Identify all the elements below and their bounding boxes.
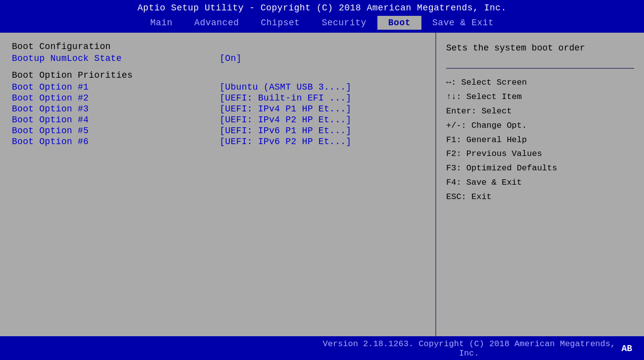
boot-option-label: Boot Option #1 — [12, 82, 220, 92]
boot-option-label: Boot Option #2 — [12, 93, 220, 103]
title-text: Aptio Setup Utility - Copyright (C) 2018… — [138, 3, 506, 13]
title-bar: Aptio Setup Utility - Copyright (C) 2018… — [0, 0, 644, 15]
nav-item-advanced[interactable]: Advanced — [184, 16, 250, 30]
left-panel: Boot Configuration Bootup NumLock State … — [0, 33, 436, 336]
numlock-row: Bootup NumLock State [On] — [12, 53, 423, 63]
key-help-item: F2: Previous Values — [446, 147, 634, 161]
boot-option-value: [UEFI: IPv4 P2 HP Et...] — [220, 115, 351, 125]
nav-item-save-and-exit[interactable]: Save & Exit — [421, 16, 505, 30]
nav-item-security[interactable]: Security — [311, 16, 377, 30]
app: Aptio Setup Utility - Copyright (C) 2018… — [0, 0, 644, 360]
key-help-item: ↔: Select Screen — [446, 76, 634, 90]
right-panel: Sets the system boot order ↔: Select Scr… — [436, 33, 644, 336]
numlock-label: Bootup NumLock State — [12, 53, 220, 63]
key-help-item: Enter: Select — [446, 104, 634, 119]
boot-option-label: Boot Option #5 — [12, 126, 220, 136]
boot-option-row[interactable]: Boot Option #3[UEFI: IPv4 P1 HP Et...] — [12, 104, 423, 114]
boot-option-row[interactable]: Boot Option #5[UEFI: IPv6 P1 HP Et...] — [12, 126, 423, 136]
key-help-item: F1: General Help — [446, 133, 634, 148]
key-help: ↔: Select Screen↑↓: Select ItemEnter: Se… — [446, 76, 634, 205]
boot-option-label: Boot Option #4 — [12, 115, 220, 125]
boot-option-value: [UEFI: Built-in EFI ...] — [220, 93, 351, 103]
boot-option-value: [UEFI: IPv4 P1 HP Et...] — [220, 104, 351, 114]
boot-option-row[interactable]: Boot Option #6[UEFI: IPv6 P2 HP Et...] — [12, 137, 423, 147]
boot-option-row[interactable]: Boot Option #2[UEFI: Built-in EFI ...] — [12, 93, 423, 103]
boot-config-title: Boot Configuration — [12, 42, 423, 51]
nav-bar: MainAdvancedChipsetSecurityBootSave & Ex… — [0, 15, 644, 33]
footer-text: Version 2.18.1263. Copyright (C) 2018 Am… — [317, 339, 621, 358]
boot-options-list: Boot Option #1[Ubuntu (ASMT USB 3....]Bo… — [12, 82, 423, 147]
nav-item-chipset[interactable]: Chipset — [250, 16, 311, 30]
numlock-value: [On] — [220, 53, 241, 63]
key-help-item: F3: Optimized Defaults — [446, 161, 634, 176]
key-help-item: +/-: Change Opt. — [446, 119, 634, 133]
boot-priorities-title: Boot Option Priorities — [12, 70, 423, 80]
main-content: Boot Configuration Bootup NumLock State … — [0, 33, 644, 336]
boot-option-value: [UEFI: IPv6 P1 HP Et...] — [220, 126, 351, 136]
help-text: Sets the system boot order — [446, 42, 634, 55]
nav-item-main[interactable]: Main — [139, 16, 184, 30]
key-help-item: ESC: Exit — [446, 190, 634, 205]
boot-option-label: Boot Option #3 — [12, 104, 220, 114]
nav-item-boot[interactable]: Boot — [377, 16, 421, 30]
help-divider — [446, 68, 634, 69]
key-help-item: F4: Save & Exit — [446, 176, 634, 190]
boot-option-value: [UEFI: IPv6 P2 HP Et...] — [220, 137, 351, 147]
key-help-item: ↑↓: Select Item — [446, 90, 634, 104]
boot-option-label: Boot Option #6 — [12, 137, 220, 147]
boot-option-row[interactable]: Boot Option #1[Ubuntu (ASMT USB 3....] — [12, 82, 423, 92]
boot-option-value: [Ubuntu (ASMT USB 3....] — [220, 82, 351, 92]
boot-option-row[interactable]: Boot Option #4[UEFI: IPv4 P2 HP Et...] — [12, 115, 423, 125]
footer: Version 2.18.1263. Copyright (C) 2018 Am… — [0, 336, 644, 360]
footer-badge: AB — [621, 344, 632, 354]
